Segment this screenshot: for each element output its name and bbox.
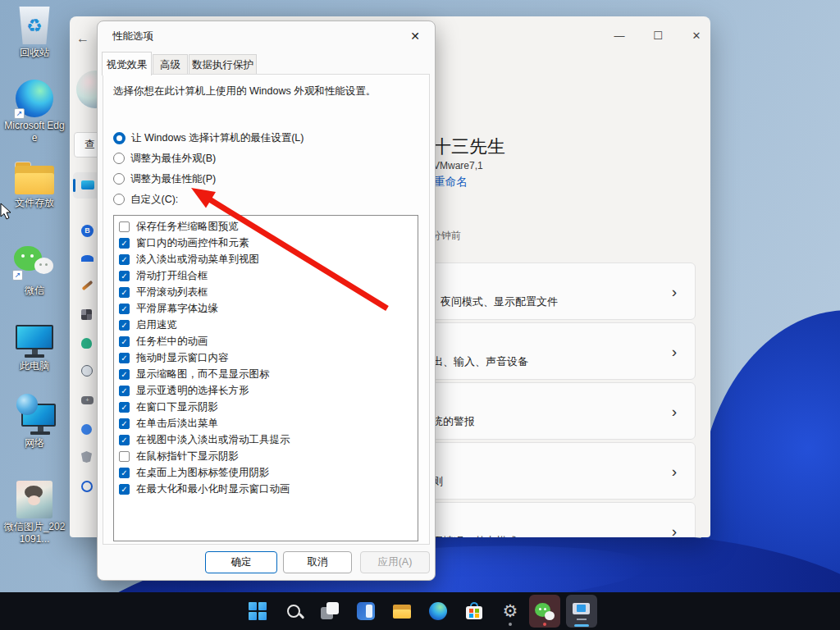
radio-option-1[interactable]: 调整为最佳外观(B) <box>113 149 216 167</box>
visual-effect-label: 拖动时显示窗口内容 <box>136 351 229 365</box>
checkbox-checked-icon[interactable]: ✓ <box>119 287 130 298</box>
close-button[interactable]: ✕ <box>684 26 709 46</box>
sidebar-item-personalization-icon[interactable] <box>81 278 95 292</box>
taskbar-file-explorer-button[interactable] <box>386 595 418 628</box>
tab-dep[interactable]: 数据执行保护 <box>189 54 257 75</box>
visual-effect-label: 在鼠标指针下显示阴影 <box>136 450 239 463</box>
taskbar-wechat-button[interactable] <box>529 595 560 628</box>
visual-effect-row[interactable]: 在鼠标指针下显示阴影 <box>119 448 239 464</box>
sidebar-item-gaming-icon[interactable]: + <box>81 393 95 407</box>
mouse-cursor <box>0 203 13 221</box>
tab-visual-effects[interactable]: 视觉效果 <box>102 52 152 75</box>
visual-effect-row[interactable]: ✓启用速览 <box>119 317 177 333</box>
settings-card-3[interactable]: 则› <box>409 442 696 500</box>
radio-icon[interactable] <box>113 173 125 185</box>
taskbar-system-properties-button[interactable] <box>566 595 597 628</box>
settings-card-0[interactable]: 夜间模式、显示配置文件› <box>409 262 696 320</box>
desktop-icon-network[interactable]: 网络 <box>0 404 69 450</box>
visual-effect-row[interactable]: ✓任务栏中的动画 <box>119 333 208 349</box>
folder-icon <box>15 162 54 194</box>
sidebar-item-system-icon[interactable] <box>81 177 95 191</box>
desktop-icon-label: 回收站 <box>3 47 66 59</box>
sidebar-item-network-icon[interactable] <box>81 250 95 264</box>
sidebar-item-privacy-icon[interactable] <box>81 450 95 464</box>
radio-option-2[interactable]: 调整为最佳性能(P) <box>113 170 216 188</box>
desktop-icon-recycle-bin[interactable]: ♻ 回收站 <box>0 7 69 59</box>
checkbox-checked-icon[interactable]: ✓ <box>119 336 130 347</box>
settings-card-1[interactable]: 出、输入、声音设备› <box>409 322 696 380</box>
sidebar-item-accessibility-icon[interactable] <box>81 422 95 436</box>
radio-icon[interactable] <box>113 153 125 164</box>
windows-start-icon <box>249 602 267 620</box>
visual-effects-listbox[interactable]: 保存任务栏缩略图预览✓窗口内的动画控件和元素✓淡入淡出或滑动菜单到视图✓滑动打开… <box>113 215 418 541</box>
sidebar-item-time-language-icon[interactable] <box>81 364 95 378</box>
visual-effect-row[interactable]: ✓淡入淡出或滑动菜单到视图 <box>119 251 259 267</box>
taskbar-edge-button[interactable] <box>422 595 454 628</box>
radio-option-0[interactable]: 让 Windows 选择计算机的最佳设置(L) <box>113 129 304 147</box>
desktop-icon-edge[interactable]: ↗ Microsoft Edge <box>0 80 69 144</box>
radio-icon[interactable] <box>113 194 125 205</box>
cancel-button[interactable]: 取消 <box>283 551 352 573</box>
visual-effect-row[interactable]: ✓在桌面上为图标标签使用阴影 <box>119 464 270 481</box>
checkbox-checked-icon[interactable]: ✓ <box>119 238 130 249</box>
settings-card-4[interactable]: 用情况、节电模式› <box>409 502 696 537</box>
checkbox-unchecked-icon[interactable] <box>119 221 130 232</box>
checkbox-checked-icon[interactable]: ✓ <box>119 418 130 429</box>
checkbox-checked-icon[interactable]: ✓ <box>119 386 130 396</box>
radio-option-3[interactable]: 自定义(C): <box>113 190 178 208</box>
visual-effect-row[interactable]: ✓平滑屏幕字体边缘 <box>119 300 218 317</box>
visual-effect-row[interactable]: ✓在窗口下显示阴影 <box>119 399 218 415</box>
checkbox-checked-icon[interactable]: ✓ <box>119 320 130 331</box>
taskbar-settings-button[interactable]: ⚙ <box>495 595 526 628</box>
visual-effect-row[interactable]: ✓滑动打开组合框 <box>119 267 208 284</box>
this-pc-icon <box>16 325 53 358</box>
rename-link[interactable]: 重命名 <box>434 175 468 189</box>
taskbar-widgets-button[interactable] <box>350 595 381 628</box>
maximize-button[interactable]: ☐ <box>646 26 670 46</box>
checkbox-checked-icon[interactable]: ✓ <box>119 254 130 265</box>
notification-dot <box>543 623 546 626</box>
visual-effect-row[interactable]: ✓平滑滚动列表框 <box>119 284 208 300</box>
desktop-icon-this-pc[interactable]: 此电脑 <box>0 325 69 372</box>
visual-effect-row[interactable]: ✓窗口内的动画控件和元素 <box>119 235 249 251</box>
taskbar-task-view-button[interactable] <box>314 595 345 628</box>
visual-effect-row[interactable]: ✓在单击后淡出菜单 <box>119 415 218 431</box>
checkbox-checked-icon[interactable]: ✓ <box>119 468 130 478</box>
checkbox-checked-icon[interactable]: ✓ <box>119 369 130 380</box>
ok-button[interactable]: 确定 <box>205 551 277 573</box>
visual-effect-row[interactable]: 保存任务栏缩略图预览 <box>119 218 239 235</box>
visual-effect-label: 在视图中淡入淡出或滑动工具提示 <box>136 433 290 447</box>
checkbox-checked-icon[interactable]: ✓ <box>119 484 130 495</box>
checkbox-checked-icon[interactable]: ✓ <box>119 402 130 413</box>
checkbox-checked-icon[interactable]: ✓ <box>119 353 130 363</box>
checkbox-checked-icon[interactable]: ✓ <box>119 435 130 445</box>
visual-effect-row[interactable]: ✓在最大化和最小化时显示窗口动画 <box>119 481 290 497</box>
checkbox-unchecked-icon[interactable] <box>119 451 130 462</box>
tab-advanced[interactable]: 高级 <box>153 54 188 75</box>
desktop-icon-wechat-image[interactable]: 微信图片_2021091... <box>0 481 69 546</box>
checkbox-checked-icon[interactable]: ✓ <box>119 271 130 281</box>
visual-effect-row[interactable]: ✓显示亚透明的选择长方形 <box>119 382 249 399</box>
visual-effect-row[interactable]: ✓拖动时显示窗口内容 <box>119 349 229 366</box>
taskbar-store-button[interactable] <box>459 595 490 628</box>
dialog-close-button[interactable]: ✕ <box>402 25 428 48</box>
checkbox-checked-icon[interactable]: ✓ <box>119 304 130 314</box>
visual-effect-row[interactable]: ✓显示缩略图，而不是显示图标 <box>119 366 270 382</box>
taskbar-start-button[interactable] <box>242 595 273 628</box>
settings-card-2[interactable]: 统的警报› <box>409 382 696 440</box>
radio-label: 调整为最佳外观(B) <box>130 152 216 166</box>
sidebar-item-apps-icon[interactable] <box>81 308 95 322</box>
sidebar-item-accounts-icon[interactable] <box>81 336 95 350</box>
sidebar-item-windows-update-icon[interactable] <box>81 480 95 494</box>
radio-selected-icon[interactable] <box>113 132 126 144</box>
running-indicator <box>509 623 512 626</box>
chevron-right-icon: › <box>672 343 677 361</box>
device-model: VMware7,1 <box>433 160 483 171</box>
visual-effect-label: 任务栏中的动画 <box>136 335 208 349</box>
back-icon[interactable]: ← <box>76 31 89 46</box>
desktop-icon-wechat[interactable]: ↗ 微信 <box>0 246 69 297</box>
sidebar-item-bluetooth-icon[interactable]: B <box>81 225 95 239</box>
visual-effect-row[interactable]: ✓在视图中淡入淡出或滑动工具提示 <box>119 431 290 448</box>
minimize-button[interactable]: — <box>607 26 632 46</box>
taskbar-search-button[interactable] <box>278 595 309 628</box>
